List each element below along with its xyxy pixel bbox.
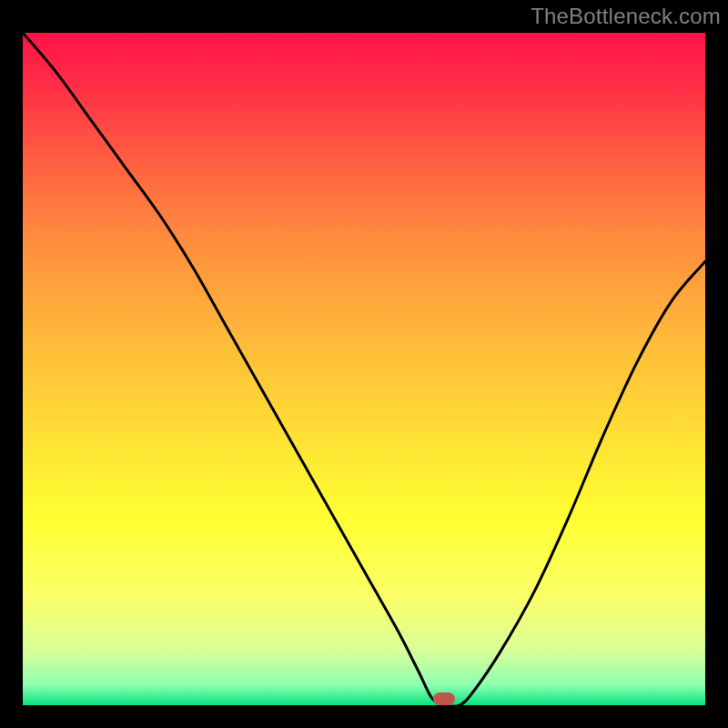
chart-frame: TheBottleneck.com xyxy=(0,0,728,728)
gradient-background xyxy=(23,33,705,705)
optimal-point-marker xyxy=(433,693,455,705)
attribution-label: TheBottleneck.com xyxy=(531,4,721,29)
chart-svg xyxy=(23,33,705,705)
plot-area xyxy=(23,33,705,705)
